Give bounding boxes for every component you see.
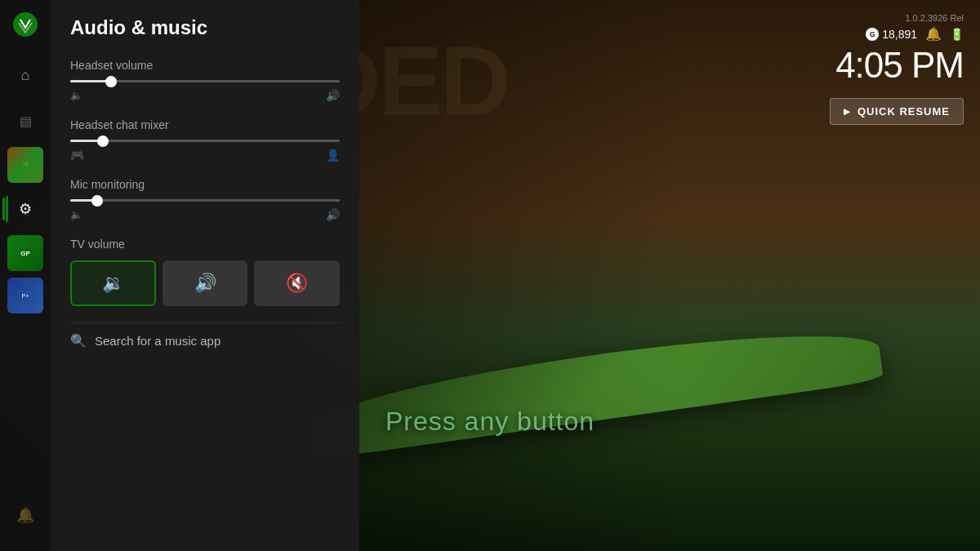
headset-volume-icon-high: 🔊 bbox=[326, 89, 340, 102]
gamerscore-icon: G bbox=[866, 28, 879, 41]
headset-volume-thumb[interactable] bbox=[105, 76, 117, 87]
tv-volume-buttons: 🔉 🔊 🔇 bbox=[70, 260, 340, 306]
notification-bell-icon[interactable]: 🔔 bbox=[925, 26, 942, 42]
sidebar: ⌂ ▤ 🌿 ⚙ GP P+ 🔔 bbox=[0, 0, 51, 551]
mic-monitoring-thumb[interactable] bbox=[91, 195, 103, 207]
sidebar-item-home[interactable]: ⌂ bbox=[6, 56, 45, 95]
paramount-thumb: P+ bbox=[7, 278, 43, 313]
vol-up-icon: 🔊 bbox=[194, 273, 216, 294]
headset-volume-slider[interactable] bbox=[70, 80, 340, 82]
headset-chat-mixer-section: Headset chat mixer 🎮 👤 bbox=[70, 118, 340, 162]
home-icon: ⌂ bbox=[21, 67, 30, 84]
play-icon: ▶ bbox=[844, 107, 851, 116]
panel-title: Audio & music bbox=[70, 16, 207, 39]
gamerscore: G 18,891 bbox=[866, 28, 917, 41]
mic-monitoring-track bbox=[70, 199, 340, 202]
sidebar-thumbnail-gamepass[interactable]: GP bbox=[7, 235, 43, 271]
active-accent bbox=[6, 196, 8, 222]
quick-resume-button[interactable]: ▶ QUICK RESUME bbox=[830, 98, 964, 125]
battery-icon: 🔋 bbox=[950, 28, 964, 41]
chat-mixer-icon-game: 🎮 bbox=[70, 149, 84, 162]
vol-down-icon: 🔉 bbox=[102, 273, 124, 294]
background-subtitle: Press any button bbox=[385, 407, 595, 437]
vol-mute-icon: 🔇 bbox=[286, 273, 308, 294]
music-search-bar[interactable]: 🔍 Search for a music app bbox=[70, 322, 340, 358]
settings-icon: ⚙ bbox=[19, 200, 32, 218]
headset-volume-track bbox=[70, 80, 340, 82]
mic-monitoring-slider[interactable] bbox=[70, 199, 340, 202]
mic-monitoring-label: Mic monitoring bbox=[70, 178, 340, 191]
version-label: 1.0.2.3926 Rel bbox=[905, 13, 964, 23]
tv-volume-label: TV volume bbox=[70, 238, 340, 251]
sidebar-item-notifications[interactable]: 🔔 bbox=[6, 495, 45, 535]
headset-chat-mixer-track bbox=[70, 140, 340, 142]
quick-resume-label: QUICK RESUME bbox=[858, 105, 950, 118]
tv-vol-mute-button[interactable]: 🔇 bbox=[254, 260, 340, 306]
headset-volume-section: Headset volume 🔈 🔊 bbox=[70, 59, 340, 102]
sidebar-bottom: 🔔 bbox=[6, 495, 45, 538]
hud-status: G 18,891 🔔 🔋 bbox=[866, 26, 964, 42]
sidebar-thumbnail-grounded[interactable]: 🌿 bbox=[7, 147, 43, 183]
search-placeholder: Search for a music app bbox=[95, 334, 220, 348]
headset-volume-icon-low: 🔈 bbox=[70, 90, 82, 101]
mic-monitoring-icon-high: 🔊 bbox=[326, 208, 340, 221]
headset-chat-mixer-slider[interactable] bbox=[70, 140, 340, 142]
sidebar-thumbnail-paramount[interactable]: P+ bbox=[7, 278, 43, 313]
sidebar-item-library[interactable]: ▤ bbox=[6, 101, 45, 140]
tv-volume-section: TV volume 🔉 🔊 🔇 bbox=[70, 238, 340, 306]
tv-vol-up-button[interactable]: 🔊 bbox=[163, 260, 248, 306]
gamepass-thumb: GP bbox=[7, 235, 43, 271]
tv-vol-down-button[interactable]: 🔉 bbox=[70, 260, 156, 306]
headset-volume-label: Headset volume bbox=[70, 59, 340, 72]
mic-monitoring-section: Mic monitoring 🔈 🔊 bbox=[70, 178, 340, 221]
audio-panel: Audio & music Headset volume 🔈 🔊 Headset… bbox=[51, 0, 359, 551]
mic-monitoring-icons: 🔈 🔊 bbox=[70, 208, 340, 221]
panel-header: Audio & music bbox=[70, 16, 340, 39]
chat-mixer-icon-chat: 👤 bbox=[326, 149, 340, 162]
search-icon: 🔍 bbox=[70, 333, 87, 349]
hud: 1.0.2.3926 Rel G 18,891 🔔 🔋 4:05 PM bbox=[835, 13, 964, 86]
headset-chat-mixer-thumb[interactable] bbox=[97, 136, 109, 147]
headset-chat-mixer-icons: 🎮 👤 bbox=[70, 149, 340, 162]
mic-monitoring-icon-low: 🔈 bbox=[70, 209, 82, 220]
clock: 4:05 PM bbox=[835, 45, 964, 86]
xbox-logo[interactable] bbox=[11, 10, 40, 39]
headset-volume-icons: 🔈 🔊 bbox=[70, 89, 340, 102]
gamerscore-value: 18,891 bbox=[882, 28, 917, 41]
headset-chat-mixer-label: Headset chat mixer bbox=[70, 118, 340, 131]
grounded-thumb: 🌿 bbox=[7, 147, 43, 183]
bell-icon: 🔔 bbox=[16, 506, 34, 524]
library-icon: ▤ bbox=[20, 113, 32, 129]
sidebar-item-settings[interactable]: ⚙ bbox=[6, 189, 45, 229]
